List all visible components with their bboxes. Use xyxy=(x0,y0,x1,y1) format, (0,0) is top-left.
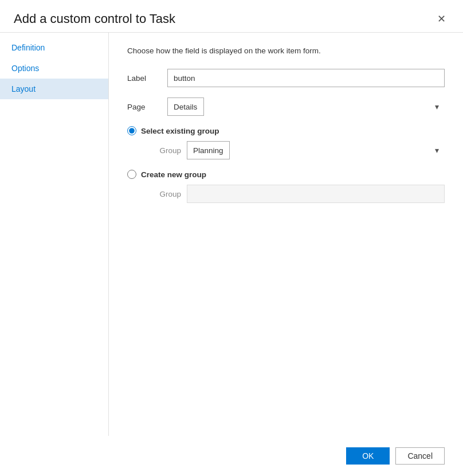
dialog-header: Add a custom control to Task ✕ xyxy=(0,0,463,32)
group-new-label: Group xyxy=(141,190,181,198)
sidebar-item-definition[interactable]: Definition xyxy=(0,37,108,58)
select-existing-section: Select existing group Group Planning xyxy=(127,126,445,159)
group-new-row: Group xyxy=(127,185,445,203)
label-input[interactable] xyxy=(167,69,445,87)
cancel-button[interactable]: Cancel xyxy=(395,447,445,465)
page-select[interactable]: Details xyxy=(167,97,204,116)
select-existing-row: Select existing group xyxy=(127,126,445,135)
label-field-label: Label xyxy=(127,74,167,83)
dialog: Add a custom control to Task ✕ Definitio… xyxy=(0,0,463,476)
ok-button[interactable]: OK xyxy=(346,447,390,465)
create-new-section: Create new group Group xyxy=(127,170,445,203)
page-field-label: Page xyxy=(127,103,167,111)
sidebar-item-layout[interactable]: Layout xyxy=(0,79,108,99)
section-description: Choose how the field is displayed on the… xyxy=(127,46,445,55)
select-existing-radio[interactable] xyxy=(127,126,136,135)
main-content: Choose how the field is displayed on the… xyxy=(109,33,463,436)
page-row: Page Details xyxy=(127,97,445,116)
group-new-input[interactable] xyxy=(187,185,445,203)
create-new-row: Create new group xyxy=(127,170,445,179)
page-select-wrapper: Details xyxy=(167,97,445,116)
dialog-body: Definition Options Layout Choose how the… xyxy=(0,33,463,436)
sidebar: Definition Options Layout xyxy=(0,33,109,436)
label-row: Label xyxy=(127,69,445,87)
sidebar-item-options[interactable]: Options xyxy=(0,58,108,79)
close-button[interactable]: ✕ xyxy=(434,13,449,25)
group-select[interactable]: Planning xyxy=(187,141,230,159)
create-new-label[interactable]: Create new group xyxy=(141,170,206,179)
group-existing-row: Group Planning xyxy=(127,141,445,159)
group-select-wrapper: Planning xyxy=(187,141,445,159)
dialog-title: Add a custom control to Task xyxy=(14,11,175,26)
group-existing-label: Group xyxy=(141,146,181,155)
select-existing-label[interactable]: Select existing group xyxy=(141,127,219,135)
dialog-footer: OK Cancel xyxy=(0,436,463,476)
create-new-radio[interactable] xyxy=(127,170,136,179)
